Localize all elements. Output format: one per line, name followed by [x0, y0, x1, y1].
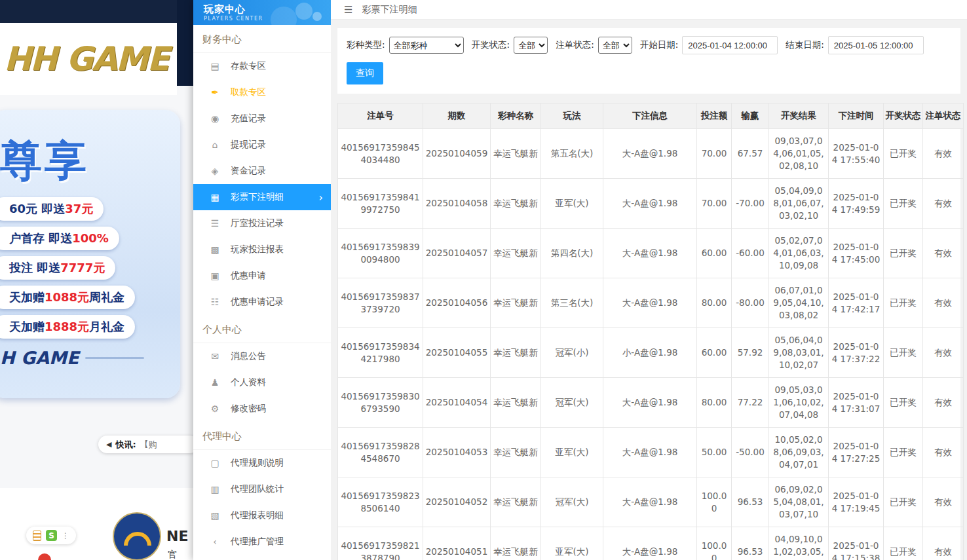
plugin-pill: S ⋮	[26, 527, 76, 544]
sidebar-item[interactable]: ◈资金记录	[193, 158, 331, 184]
table-cell: -50.00	[732, 428, 769, 477]
site-logo: HH GAME	[0, 40, 168, 78]
promo-pill: 投注 即送7777元	[0, 256, 115, 280]
table-row: 40156917359834421798020250104055幸运飞艇新冠军(…	[338, 328, 964, 378]
table-cell: 401569173598419972750	[338, 179, 423, 229]
sidebar-item[interactable]: ▥代理团队统计	[193, 476, 331, 502]
table-cell: 401569173598390094800	[338, 229, 423, 278]
table-cell: 401569173598373739720	[338, 278, 423, 328]
table-cell: 幸运飞艇新	[491, 477, 541, 527]
promo-pill: 天加赠1888元月礼金	[0, 315, 135, 339]
sidebar-item-label: 提现记录	[231, 139, 266, 151]
table-cell: 已开奖	[884, 129, 923, 179]
promo-apply-record-icon: ☷	[209, 297, 221, 307]
sidebar-item[interactable]: ▣优惠申请	[193, 263, 331, 289]
sidebar-item[interactable]: ‹代理推广管理	[193, 529, 331, 555]
gear-icon: ⚙	[209, 403, 221, 414]
sidebar-item[interactable]: ⌂提现记录	[193, 132, 331, 158]
screen: HH GAME 尊享 60元 即送37元户首存 即送100%投注 即送7777元…	[0, 0, 967, 560]
table-cell: 幸运飞艇新	[491, 378, 541, 428]
document-icon: ▢	[209, 458, 221, 468]
players-center-subtitle: PLAYERS CENTER	[204, 16, 331, 22]
filter-row: 彩种类型: 全部彩种 开奖状态: 全部 注单状态: 全部 开始日期: 结束日期	[347, 36, 951, 54]
table-cell: 401569173598238506140	[338, 477, 423, 527]
sidebar-item-label: 个人资料	[231, 377, 266, 388]
table-cell: 2025-01-04 17:55:40	[829, 129, 884, 179]
dots-icon: ⋮	[62, 531, 69, 540]
promo-pill: 60元 即送37元	[0, 197, 104, 221]
table-cell: 已开奖	[884, 179, 923, 229]
table-cell: 大-A盘@1.98	[603, 477, 697, 527]
sidebar-item[interactable]: ▦彩票下注明细›	[193, 184, 331, 210]
site-topbar	[0, 0, 199, 23]
table-cell: 96.53	[732, 477, 769, 527]
table-cell: 401569173598454034480	[338, 129, 423, 179]
sidebar-item[interactable]: ♟个人资料	[193, 369, 331, 396]
menu-section-title: 代理中心	[193, 422, 331, 450]
table-cell: 09,03,07,04,06,01,05,02,08,10	[769, 129, 829, 179]
end-date-input[interactable]	[828, 36, 924, 54]
table-cell: 20250104051	[423, 527, 491, 560]
query-button[interactable]: 查询	[347, 62, 383, 84]
column-header: 输赢	[732, 103, 769, 129]
banner-footer-line	[85, 357, 144, 359]
sidebar-item[interactable]: ☷优惠申请记录	[193, 289, 331, 315]
table-cell: 幸运飞艇新	[491, 179, 541, 229]
table-cell: 77.22	[732, 378, 769, 428]
lottery-type-select[interactable]: 全部彩种	[389, 37, 464, 54]
promo-apply-icon: ▣	[209, 271, 221, 281]
sidebar-item[interactable]: ▩玩家投注报表	[193, 236, 331, 263]
team-name: NE	[166, 528, 188, 544]
sidebar-item[interactable]: ☰厅室投注记录	[193, 210, 331, 236]
sidebar-item[interactable]: ▤存款专区	[193, 53, 331, 79]
table-card: 注单号期数彩种名称玩法下注信息投注额输赢开奖结果下注时间开奖状态注单状态 401…	[337, 103, 960, 560]
table-cell: 第五名(大)	[541, 129, 603, 179]
sidebar-item-label: 厅室投注记录	[231, 217, 284, 229]
site-logo-row: HH GAME	[0, 23, 177, 95]
table-cell: 已开奖	[884, 477, 923, 527]
sidebar-item[interactable]: ▧代理报表明细	[193, 502, 331, 529]
drawer-header: 玩家中心 PLAYERS CENTER	[193, 0, 331, 25]
table-cell: 大-A盘@1.98	[603, 278, 697, 328]
banner-title: 尊享	[0, 132, 180, 189]
table-cell: 20250104058	[423, 179, 491, 229]
sidebar-item[interactable]: ⚙修改密码	[193, 396, 331, 422]
table-cell: 已开奖	[884, 328, 923, 378]
deposit-icon: ▤	[209, 61, 221, 71]
table-cell: 大-A盘@1.98	[603, 129, 697, 179]
news-ticker[interactable]: ◀ 快讯: 【购	[98, 436, 199, 453]
order-status-select[interactable]: 全部	[598, 37, 632, 54]
table-cell: 57.92	[732, 328, 769, 378]
column-header: 投注额	[697, 103, 732, 129]
sidebar-item[interactable]: ✉消息公告	[193, 343, 331, 369]
share-icon: ‹	[209, 536, 221, 547]
table-cell: 有效	[923, 477, 964, 527]
table-cell: 2025-01-04 17:45:00	[829, 229, 884, 278]
menu-icon[interactable]: ☰	[344, 4, 352, 16]
sidebar-item[interactable]: ▢代理规则说明	[193, 450, 331, 476]
lottery-type-label: 彩种类型:	[347, 39, 385, 51]
table-cell: 已开奖	[884, 428, 923, 477]
sidebar-item[interactable]: ◉充值记录	[193, 105, 331, 132]
ticker-label: 快讯:	[115, 439, 136, 451]
draw-status-select[interactable]: 全部	[514, 37, 548, 54]
notes-icon[interactable]	[33, 531, 41, 541]
table-cell: 20250104055	[423, 328, 491, 378]
table-cell: 60.00	[697, 229, 732, 278]
sidebar-menu: 财务中心▤存款专区✒取款专区◉充值记录⌂提现记录◈资金记录▦彩票下注明细›☰厅室…	[193, 25, 331, 555]
team-stats-icon: ▥	[209, 484, 221, 495]
speaker-icon: ◀	[106, 440, 111, 449]
s-plugin-icon[interactable]: S	[46, 530, 57, 541]
table-cell: 96.53	[732, 527, 769, 560]
column-header: 玩法	[541, 103, 603, 129]
team-logo	[113, 512, 161, 560]
table-cell: 05,06,04,09,08,03,01,10,02,07	[769, 328, 829, 378]
sidebar-item-label: 资金记录	[231, 165, 266, 177]
table-cell: 401569173598213878790	[338, 527, 423, 560]
table-cell: 20250104053	[423, 428, 491, 477]
start-date-input[interactable]	[682, 36, 778, 54]
column-header: 彩种名称	[491, 103, 541, 129]
sidebar-item[interactable]: ✒取款专区	[193, 79, 331, 105]
table-cell: 100.00	[697, 527, 732, 560]
table-header-row: 注单号期数彩种名称玩法下注信息投注额输赢开奖结果下注时间开奖状态注单状态	[338, 103, 964, 129]
